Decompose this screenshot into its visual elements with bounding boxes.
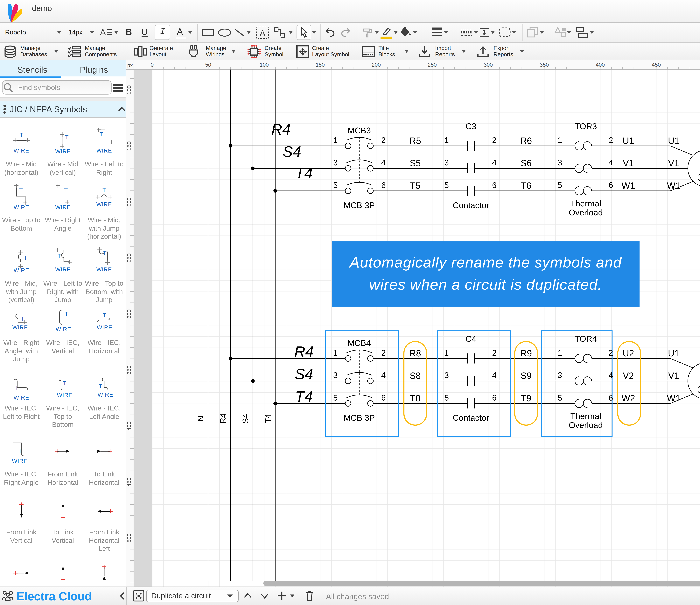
svg-text:TOR3: TOR3: [575, 121, 597, 131]
svg-text:250: 250: [126, 253, 132, 262]
svg-text:T6: T6: [521, 180, 531, 191]
svg-text:200: 200: [372, 62, 381, 68]
svg-text:3: 3: [333, 158, 338, 167]
svg-text:S9: S9: [521, 370, 532, 381]
svg-text:V1: V1: [623, 158, 634, 168]
svg-text:4: 4: [381, 158, 386, 167]
svg-text:S6: S6: [521, 158, 532, 168]
svg-text:S5: S5: [410, 158, 421, 168]
svg-text:100: 100: [126, 85, 132, 94]
svg-text:150: 150: [126, 141, 132, 150]
svg-text:2: 2: [492, 348, 497, 357]
svg-text:U1: U1: [623, 136, 634, 146]
svg-text:T: T: [15, 385, 19, 391]
svg-text:50: 50: [205, 62, 211, 68]
svg-text:MCB3: MCB3: [348, 126, 371, 135]
svg-text:6: 6: [608, 180, 613, 190]
svg-text:4: 4: [492, 158, 497, 167]
svg-text:V2: V2: [623, 370, 634, 381]
svg-text:W1: W1: [622, 180, 635, 191]
svg-text:450: 450: [126, 478, 132, 486]
svg-text:S4: S4: [295, 365, 313, 382]
svg-text:1: 1: [333, 348, 338, 357]
svg-text:0: 0: [151, 62, 154, 68]
svg-text:300: 300: [484, 62, 493, 68]
svg-text:4: 4: [608, 370, 613, 380]
svg-text:1: 1: [558, 136, 562, 145]
svg-text:Overload: Overload: [569, 208, 603, 217]
svg-text:W1: W1: [667, 393, 680, 403]
svg-text:WIRE: WIRE: [14, 147, 29, 154]
svg-text:T: T: [24, 255, 27, 261]
svg-text:T5: T5: [410, 180, 420, 191]
svg-text:T4: T4: [295, 164, 313, 182]
svg-text:U1: U1: [668, 136, 679, 146]
svg-text:WIRE: WIRE: [96, 266, 112, 273]
svg-text:5: 5: [444, 180, 449, 190]
svg-text:W2: W2: [622, 393, 635, 403]
svg-text:6: 6: [492, 393, 497, 402]
svg-text:6: 6: [381, 180, 386, 190]
svg-text:2: 2: [381, 348, 386, 357]
svg-text:WIRE: WIRE: [96, 147, 112, 154]
svg-text:C4: C4: [466, 334, 476, 343]
svg-text:1: 1: [333, 136, 338, 145]
svg-text:3: 3: [558, 158, 562, 167]
svg-text:5: 5: [558, 393, 562, 402]
svg-text:WIRE: WIRE: [14, 204, 29, 211]
svg-text:N: N: [196, 415, 205, 421]
svg-text:3: 3: [558, 370, 562, 380]
svg-text:R4: R4: [219, 413, 227, 424]
svg-text:2: 2: [381, 136, 386, 145]
svg-text:S4: S4: [241, 414, 250, 424]
svg-text:3: 3: [333, 370, 338, 380]
svg-text:Overload: Overload: [569, 420, 603, 430]
svg-text:WIRE: WIRE: [98, 391, 113, 398]
svg-text:4: 4: [608, 158, 613, 167]
svg-text:350: 350: [126, 365, 132, 374]
svg-text:1: 1: [558, 348, 562, 357]
svg-text:T: T: [65, 311, 68, 317]
svg-text:T8: T8: [410, 393, 420, 403]
svg-text:T: T: [64, 187, 68, 193]
svg-text:T4: T4: [295, 388, 313, 405]
svg-text:TOR4: TOR4: [575, 334, 597, 343]
svg-text:Contactor: Contactor: [453, 413, 489, 422]
svg-text:T: T: [103, 312, 106, 318]
svg-text:R6: R6: [520, 136, 532, 146]
svg-text:2: 2: [608, 136, 613, 145]
svg-text:R4: R4: [294, 343, 314, 360]
svg-text:C3: C3: [466, 121, 476, 131]
svg-text:4: 4: [381, 370, 386, 380]
svg-text:6: 6: [381, 393, 386, 402]
svg-text:500: 500: [126, 533, 132, 542]
svg-text:MCB4: MCB4: [348, 338, 371, 347]
svg-text:WIRE: WIRE: [97, 324, 112, 331]
svg-text:6: 6: [608, 393, 613, 402]
svg-text:T: T: [100, 131, 103, 137]
svg-text:A: A: [100, 28, 106, 37]
svg-text:T9: T9: [521, 393, 531, 403]
svg-text:T: T: [57, 253, 61, 259]
svg-text:Automagically rename the symbo: Automagically rename the symbols and: [349, 254, 622, 271]
svg-text:400: 400: [126, 421, 132, 431]
svg-text:300: 300: [126, 309, 132, 318]
svg-text:100: 100: [260, 62, 269, 68]
svg-text:T: T: [21, 315, 24, 322]
svg-text:2: 2: [492, 136, 497, 145]
svg-text:2: 2: [608, 348, 613, 357]
svg-text:1: 1: [444, 136, 449, 145]
svg-text:U2: U2: [623, 348, 634, 358]
svg-text:T: T: [65, 134, 68, 140]
svg-text:R5: R5: [409, 136, 421, 146]
svg-text:WIRE: WIRE: [55, 326, 71, 332]
svg-text:T: T: [19, 187, 23, 193]
svg-text:A: A: [260, 29, 265, 38]
svg-text:T: T: [20, 132, 23, 138]
svg-text:3: 3: [444, 370, 449, 380]
svg-text:S4: S4: [283, 143, 301, 160]
svg-text:px: px: [127, 62, 133, 68]
svg-text:MCB 3P: MCB 3P: [344, 200, 375, 210]
svg-text:T: T: [99, 383, 102, 389]
svg-text:5: 5: [333, 393, 338, 402]
